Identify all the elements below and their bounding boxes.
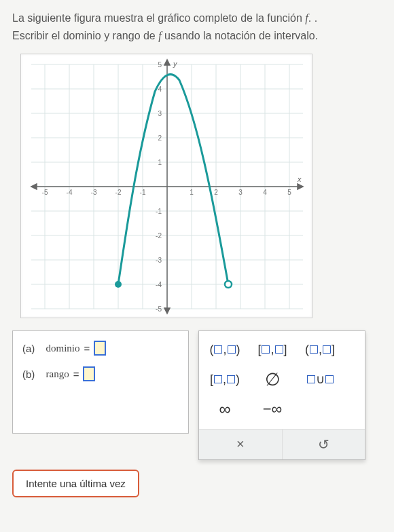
- answer-panel: (a) dominio = (b) rango =: [12, 330, 189, 434]
- range-input[interactable]: [83, 366, 95, 381]
- svg-text:-1: -1: [140, 189, 146, 196]
- infinity-symbol[interactable]: ∞: [206, 400, 244, 419]
- prompt-line2-post: usando la notación de intervalo.: [162, 30, 318, 41]
- prompt-line1-pre: La siguiente figura muestra el gráfico c…: [12, 12, 305, 24]
- interval-open-open[interactable]: (,): [206, 343, 244, 357]
- svg-text:2: 2: [158, 134, 162, 142]
- endpoint-closed: [115, 281, 122, 288]
- prompt-line1-post: . .: [308, 12, 317, 24]
- eq-sign-a: =: [84, 343, 90, 354]
- svg-text:5: 5: [158, 61, 162, 69]
- svg-marker-27: [164, 308, 170, 314]
- close-icon: ×: [236, 436, 245, 451]
- svg-text:-4: -4: [67, 189, 73, 196]
- svg-text:-2: -2: [156, 232, 162, 240]
- close-button[interactable]: ×: [199, 430, 282, 459]
- retry-button[interactable]: Intente una última vez: [12, 470, 139, 497]
- y-axis-label: y: [173, 60, 178, 68]
- svg-text:-4: -4: [156, 281, 162, 288]
- svg-text:1: 1: [158, 159, 162, 166]
- svg-marker-26: [164, 60, 170, 65]
- svg-text:3: 3: [158, 110, 162, 117]
- svg-text:4: 4: [158, 86, 162, 93]
- part-b-tag: (b): [22, 368, 35, 380]
- endpoint-open: [225, 281, 232, 288]
- svg-text:3: 3: [238, 189, 243, 196]
- interval-closed-open[interactable]: [,): [206, 373, 244, 387]
- empty-set-symbol[interactable]: ∅: [253, 369, 291, 390]
- prompt-line2-pre: Escribir el dominio y rango de: [12, 30, 158, 41]
- svg-text:-1: -1: [156, 208, 162, 215]
- interval-closed-closed[interactable]: [,]: [253, 343, 291, 357]
- eq-sign-b: =: [73, 368, 79, 380]
- svg-marker-24: [298, 184, 303, 189]
- retry-label: Intente una última vez: [26, 478, 126, 489]
- x-axis-label: x: [297, 175, 302, 183]
- curve-f: [118, 75, 228, 284]
- domain-label: dominio: [46, 343, 80, 354]
- domain-input[interactable]: [94, 341, 106, 356]
- interval-open-closed[interactable]: (,]: [301, 343, 339, 357]
- reset-button[interactable]: ↺: [282, 430, 365, 459]
- range-row: (b) rango =: [22, 366, 179, 381]
- svg-text:4: 4: [263, 189, 267, 196]
- svg-text:-5: -5: [156, 305, 162, 313]
- domain-row: (a) dominio =: [22, 341, 179, 356]
- part-a-tag: (a): [22, 343, 35, 354]
- union-symbol[interactable]: ∪: [301, 372, 339, 387]
- neg-infinity-symbol[interactable]: −∞: [253, 400, 291, 418]
- svg-marker-25: [31, 184, 37, 189]
- range-label: rango: [46, 368, 69, 380]
- svg-text:-5: -5: [42, 189, 48, 196]
- svg-text:-2: -2: [115, 189, 122, 196]
- graph-svg: -5-4-3 -2-1 123 45 54 32 1 -1-2 -3-4 -5 …: [21, 54, 313, 319]
- svg-text:5: 5: [287, 189, 291, 196]
- svg-text:2: 2: [214, 189, 218, 196]
- graph-panel: -5-4-3 -2-1 123 45 54 32 1 -1-2 -3-4 -5 …: [20, 54, 312, 318]
- question-prompt: La siguiente figura muestra el gráfico c…: [12, 10, 382, 44]
- reset-icon: ↺: [318, 437, 329, 452]
- svg-text:1: 1: [190, 189, 194, 196]
- symbol-palette: (,) [,] (,] [,) ∅ ∪ ∞ −∞ . × ↺: [198, 330, 365, 460]
- svg-text:-3: -3: [156, 256, 162, 264]
- svg-text:-3: -3: [91, 189, 97, 196]
